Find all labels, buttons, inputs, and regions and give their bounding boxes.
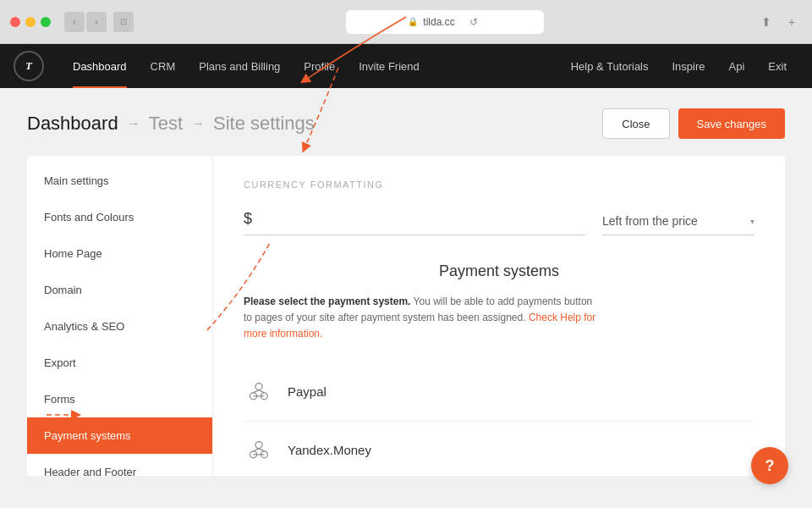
currency-symbol-input[interactable]: [244, 203, 585, 235]
svg-point-0: [255, 383, 262, 389]
payment-item-yandex[interactable]: Yandex.Money: [244, 422, 754, 476]
sidebar-item-domain[interactable]: Domain: [27, 272, 212, 308]
currency-row: Left from the price ▾: [244, 203, 754, 235]
close-button[interactable]: Close: [602, 108, 669, 139]
traffic-lights: [10, 17, 51, 27]
sidebar-item-analytics-seo[interactable]: Analytics & SEO: [27, 308, 212, 345]
nav-items-left: Dashboard CRM Plans and Billing Profile …: [61, 44, 431, 88]
yandex-icon: [244, 435, 274, 466]
nav-item-profile[interactable]: Profile: [292, 44, 347, 88]
breadcrumb-row: Dashboard → Test → Site settings Close S…: [27, 108, 785, 139]
url-text: tilda.cc: [423, 16, 454, 28]
browser-chrome: ‹ › ⊡ 🔒 tilda.cc ↺ ⬆ +: [0, 0, 812, 44]
payment-description: Please select the payment system. You wi…: [244, 294, 599, 343]
breadcrumb-site-settings: Site settings: [213, 113, 315, 135]
address-bar[interactable]: 🔒 tilda.cc ↺: [346, 10, 545, 34]
currency-section-label: CURRENCY FORMATTING: [244, 179, 754, 190]
svg-line-4: [259, 389, 264, 392]
close-window-btn[interactable]: [10, 17, 20, 27]
dropdown-arrow-icon: ▾: [750, 217, 754, 226]
main-layout: Main settings Fonts and Colours Home Pag…: [27, 156, 785, 476]
nav-item-plans[interactable]: Plans and Billing: [187, 44, 292, 88]
nav-item-invite[interactable]: Invite Friend: [347, 44, 431, 88]
svg-line-3: [254, 389, 259, 392]
nav-item-dashboard[interactable]: Dashboard: [61, 44, 139, 88]
top-navigation: T Dashboard CRM Plans and Billing Profil…: [0, 44, 812, 88]
minimize-window-btn[interactable]: [25, 17, 36, 27]
window-view-button[interactable]: ⊡: [113, 12, 134, 32]
sidebar-item-payment-systems[interactable]: Payment systems: [27, 417, 212, 454]
breadcrumb-test: Test: [149, 113, 183, 135]
breadcrumb-dashboard: Dashboard: [27, 113, 118, 135]
lock-icon: 🔒: [408, 17, 418, 26]
main-content: CURRENCY FORMATTING Left from the price …: [213, 156, 785, 476]
sidebar-item-export[interactable]: Export: [27, 345, 212, 381]
payment-systems-title: Payment systems: [244, 262, 754, 280]
svg-line-9: [254, 448, 259, 450]
currency-position-select[interactable]: Left from the price ▾: [602, 207, 754, 235]
breadcrumb-arrow-1: →: [127, 116, 140, 131]
save-changes-button[interactable]: Save changes: [678, 108, 785, 139]
payment-item-paypal[interactable]: Paypal: [244, 363, 754, 422]
currency-input-wrap: [244, 203, 585, 235]
nav-item-crm[interactable]: CRM: [139, 44, 188, 88]
svg-point-6: [255, 441, 262, 448]
share-icon[interactable]: ⬆: [756, 12, 776, 32]
logo[interactable]: T: [14, 51, 44, 81]
browser-nav-arrows: ‹ ›: [64, 12, 107, 32]
header-actions: Close Save changes: [602, 108, 785, 139]
page-wrapper: Dashboard → Test → Site settings Close S…: [0, 88, 812, 508]
nav-item-exit[interactable]: Exit: [756, 44, 798, 88]
paypal-name: Paypal: [288, 384, 326, 399]
svg-line-10: [259, 448, 264, 450]
currency-position-text: Left from the price: [602, 214, 743, 228]
payment-desc-strong: Please select the payment system.: [244, 295, 410, 307]
breadcrumb: Dashboard → Test → Site settings: [27, 113, 315, 135]
nav-item-inspire[interactable]: Inspire: [661, 44, 717, 88]
nav-item-help[interactable]: Help & Tutorials: [559, 44, 661, 88]
sidebar-item-header-footer[interactable]: Header and Footer: [27, 454, 212, 476]
help-button[interactable]: ?: [751, 447, 788, 484]
sidebar-item-fonts-colours[interactable]: Fonts and Colours: [27, 199, 212, 235]
logo-text: T: [25, 59, 32, 73]
sidebar-item-home-page[interactable]: Home Page: [27, 235, 212, 272]
back-button[interactable]: ‹: [64, 12, 85, 32]
breadcrumb-arrow-2: →: [191, 116, 205, 131]
sidebar-item-forms[interactable]: Forms: [27, 381, 212, 417]
sidebar-item-main-settings[interactable]: Main settings: [27, 163, 212, 199]
refresh-button[interactable]: ↺: [465, 14, 482, 30]
forward-button[interactable]: ›: [86, 12, 107, 32]
add-tab-icon[interactable]: +: [782, 12, 802, 32]
browser-actions: ⬆ +: [756, 12, 802, 32]
nav-item-api[interactable]: Api: [717, 44, 757, 88]
sidebar: Main settings Fonts and Colours Home Pag…: [27, 156, 213, 476]
maximize-window-btn[interactable]: [41, 17, 51, 27]
paypal-icon: [244, 377, 274, 407]
yandex-name: Yandex.Money: [288, 443, 371, 457]
nav-items-right: Help & Tutorials Inspire Api Exit: [559, 44, 798, 88]
